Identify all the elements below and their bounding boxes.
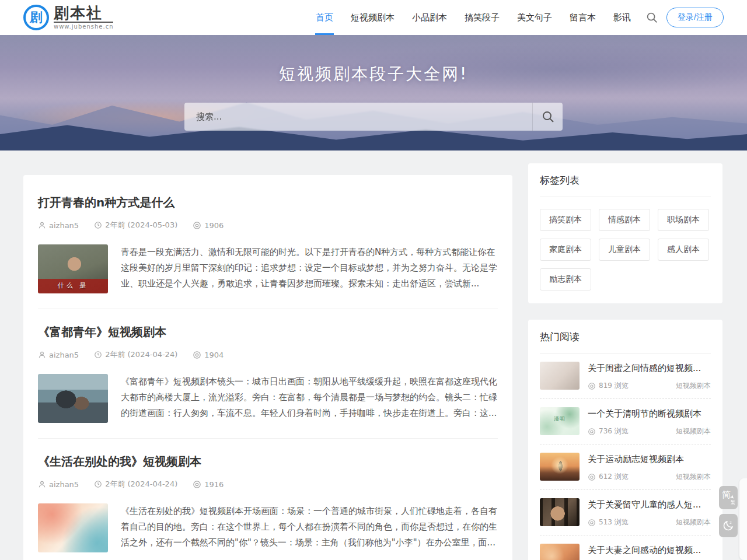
sidebar: 标签列表 搞笑剧本 情感剧本 职场剧本 家庭剧本 儿童剧本 感人剧本 励志剧本 … — [528, 163, 722, 560]
views-icon — [193, 480, 201, 489]
article-date: 2年前 (2024-04-24) — [105, 479, 177, 489]
hot-read-item[interactable]: 清明 一个关于清明节的断视频剧本 736 浏览 短视频剧本 — [540, 399, 711, 444]
nav-item-home[interactable]: 首页 — [307, 0, 342, 35]
hot-item-thumbnail — [540, 498, 580, 526]
nav-item-sketch-scripts[interactable]: 小品剧本 — [403, 0, 456, 35]
hot-item-thumbnail — [540, 362, 580, 390]
hot-read-item[interactable]: 关于运动励志短视频剧本 612 浏览 短视频剧本 — [540, 444, 711, 490]
views-icon — [588, 473, 596, 481]
hero-search-input[interactable] — [184, 111, 532, 122]
article-author: aizhan5 — [49, 221, 79, 230]
article-item: 《富都青年》短视频剧本 aizhan5 2年前 (2024-04-24) 190… — [38, 309, 498, 439]
article-item: 《生活在别处的我》短视频剧本 aizhan5 2年前 (2024-04-24) … — [38, 439, 498, 560]
hero-search-bar — [184, 103, 563, 131]
logo-character: 剧 — [30, 9, 43, 26]
login-register-button[interactable]: 登录/注册 — [666, 8, 724, 27]
hot-read-item[interactable]: 关于关爱留守儿童的感人短... 513 浏览 短视频剧本 — [540, 490, 711, 536]
article-date: 2年前 (2024-05-03) — [105, 220, 177, 230]
article-author: aizhan5 — [49, 351, 79, 359]
article-title[interactable]: 《富都青年》短视频剧本 — [38, 324, 498, 340]
hot-item-category: 短视频剧本 — [676, 381, 711, 391]
moon-icon: z — [722, 519, 735, 532]
article-author: aizhan5 — [49, 480, 79, 489]
tag-family[interactable]: 家庭剧本 — [540, 239, 591, 261]
hot-read-item[interactable]: 关于闺蜜之间情感的短视频... 819 浏览 短视频剧本 — [540, 354, 711, 399]
tag-workplace[interactable]: 职场剧本 — [658, 209, 709, 231]
site-logo[interactable]: 剧 剧本社 www.jubenshe.cn — [23, 5, 113, 30]
views-icon — [588, 519, 596, 527]
article-thumbnail[interactable] — [38, 503, 108, 552]
article-date: 2年前 (2024-04-24) — [105, 349, 177, 360]
hero-banner: 短视频剧本段子大全网! — [0, 35, 747, 150]
article-list-card: 打开青春的n种方式是什么 aizhan5 2年前 (2024-05-03) 19… — [23, 175, 512, 560]
article-meta: aizhan5 2年前 (2024-04-24) 1904 — [38, 349, 498, 360]
hero-title: 短视频剧本段子大全网! — [0, 63, 747, 85]
tag-funny[interactable]: 搞笑剧本 — [540, 209, 591, 231]
article-item: 打开青春的n种方式是什么 aizhan5 2年前 (2024-05-03) 19… — [38, 180, 498, 309]
hot-item-views: 513 浏览 — [599, 517, 629, 527]
article-meta: aizhan5 2年前 (2024-04-24) 1916 — [38, 479, 498, 489]
site-name: 剧本社 — [54, 5, 113, 20]
tag-inspirational[interactable]: 励志剧本 — [540, 268, 591, 290]
nav-item-beautiful-sentences[interactable]: 美文句子 — [508, 0, 561, 35]
hot-reads-title: 热门阅读 — [540, 330, 711, 354]
hot-item-views: 736 浏览 — [599, 426, 629, 436]
thumbnail-caption: 清明 — [540, 415, 580, 423]
tag-list-title: 标签列表 — [540, 174, 711, 197]
article-excerpt: 《富都青年》短视频剧本镜头一：城市日出画面：朝阳从地平线缓缓升起，映照在富都这座… — [121, 374, 498, 423]
author-icon — [38, 221, 46, 229]
night-mode-button[interactable]: z — [719, 514, 738, 537]
hot-item-title: 一个关于清明节的断视频剧本 — [588, 408, 711, 419]
hot-read-item[interactable]: 关于夫妻之间感动的短视频... 493 浏览 短视频剧本 — [540, 536, 711, 560]
lang-toggle-button[interactable]: 简 ➤ 繁 — [719, 486, 738, 509]
hot-item-title: 关于夫妻之间感动的短视频... — [588, 545, 711, 556]
nav-item-movie-news[interactable]: 影讯 — [605, 0, 640, 35]
tag-list-card: 标签列表 搞笑剧本 情感剧本 职场剧本 家庭剧本 儿童剧本 感人剧本 励志剧本 — [528, 163, 722, 303]
clock-icon — [94, 351, 102, 359]
lang-traditional-label: 繁 — [731, 499, 735, 506]
hot-item-title: 关于关爱留守儿童的感人短... — [588, 499, 711, 510]
svg-text:z: z — [729, 520, 732, 525]
top-header: 剧 剧本社 www.jubenshe.cn 首页 短视频剧本 小品剧本 搞笑段子… — [0, 0, 747, 35]
author-icon — [38, 351, 46, 359]
thumbnail-caption: 什么 是 — [38, 281, 108, 290]
hot-item-thumbnail — [540, 453, 580, 481]
article-title[interactable]: 《生活在别处的我》短视频剧本 — [38, 454, 498, 470]
article-thumbnail[interactable] — [38, 374, 108, 423]
tag-children[interactable]: 儿童剧本 — [599, 239, 650, 261]
author-icon — [38, 480, 46, 488]
logo-circle-icon: 剧 — [23, 5, 49, 30]
article-views: 1904 — [204, 351, 224, 359]
article-title[interactable]: 打开青春的n种方式是什么 — [38, 195, 498, 211]
article-excerpt: 《生活在别处的我》短视频剧本开场画面：场景：一个普通的城市街景，人们忙碌地走着，… — [121, 503, 498, 552]
hot-item-views: 612 浏览 — [599, 472, 629, 482]
nav-item-short-video-scripts[interactable]: 短视频剧本 — [342, 0, 403, 35]
views-icon — [193, 221, 201, 230]
hot-item-thumbnail: 清明 — [540, 407, 580, 435]
hot-reads-card: 热门阅读 关于闺蜜之间情感的短视频... 819 浏览 短视频剧本 — [528, 320, 722, 560]
side-panel-peek[interactable] — [739, 478, 747, 560]
clock-icon — [94, 221, 102, 229]
views-icon — [193, 351, 201, 359]
hot-item-category: 短视频剧本 — [676, 426, 711, 436]
site-domain: www.jubenshe.cn — [54, 22, 113, 30]
tag-list: 搞笑剧本 情感剧本 职场剧本 家庭剧本 儿童剧本 感人剧本 励志剧本 — [540, 209, 711, 290]
tag-touching[interactable]: 感人剧本 — [658, 239, 709, 261]
hot-item-title: 关于闺蜜之间情感的短视频... — [588, 363, 711, 374]
hot-item-views: 819 浏览 — [599, 381, 629, 391]
views-icon — [588, 382, 596, 390]
main-nav: 首页 短视频剧本 小品剧本 搞笑段子 美文句子 留言本 影讯 登录/注册 — [307, 0, 724, 35]
hot-item-category: 短视频剧本 — [676, 517, 711, 527]
nav-item-funny-jokes[interactable]: 搞笑段子 — [456, 0, 508, 35]
hot-item-title: 关于运动励志短视频剧本 — [588, 454, 711, 465]
article-meta: aizhan5 2年前 (2024-05-03) 1906 — [38, 220, 498, 230]
article-excerpt: 青春是一段充满活力、激情和无限可能的时光。以下是打开青春的N种方式，每种方式都能… — [121, 244, 498, 293]
hero-search-button[interactable] — [532, 103, 563, 131]
clock-icon — [94, 480, 102, 488]
nav-item-guestbook[interactable]: 留言本 — [561, 0, 605, 35]
search-icon[interactable] — [645, 11, 658, 24]
article-thumbnail[interactable]: 什么 是 — [38, 244, 108, 293]
tag-emotion[interactable]: 情感剧本 — [599, 209, 650, 231]
hot-item-thumbnail — [540, 544, 580, 560]
views-icon — [588, 428, 596, 436]
